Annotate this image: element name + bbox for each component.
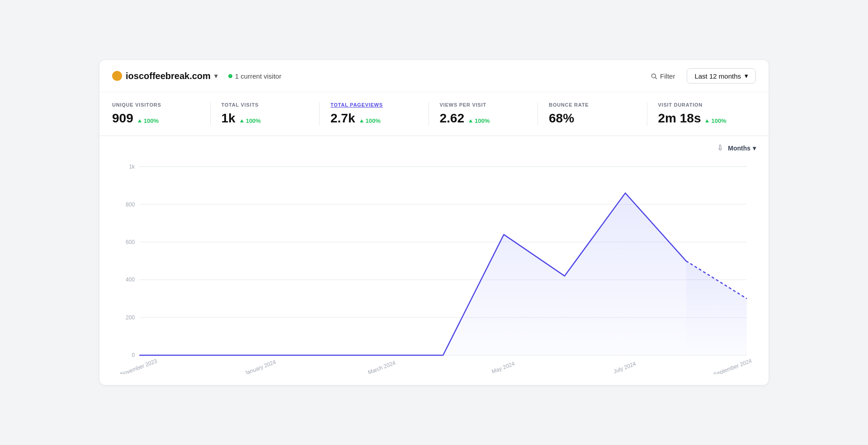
up-arrow-icon	[360, 119, 363, 122]
metric-unique-visitors-values: 909 100%	[112, 111, 199, 126]
online-indicator	[228, 74, 232, 78]
x-label-jul2024: July 2024	[613, 361, 637, 374]
metric-views-per-visit-values: 2.62 100%	[440, 111, 527, 126]
svg-text:800: 800	[126, 201, 135, 207]
up-arrow-icon	[240, 119, 244, 122]
svg-text:200: 200	[126, 314, 135, 321]
date-range-label: Last 12 months	[694, 72, 741, 80]
visit-duration-value: 2m 18s	[658, 111, 701, 126]
metric-total-visits[interactable]: TOTAL VISITS 1k 100%	[222, 102, 320, 126]
total-pageviews-change: 100%	[360, 117, 381, 124]
site-name-text: ioscoffeebreak.com	[126, 71, 211, 81]
visit-duration-change: 100%	[705, 117, 726, 124]
visitor-badge: 1 current visitor	[228, 72, 282, 80]
x-label-sep2024: September 2024	[712, 357, 752, 374]
chart-area-solid	[139, 193, 686, 355]
svg-text:400: 400	[126, 276, 135, 283]
filter-label: Filter	[660, 72, 675, 80]
metric-bounce-rate-label: BOUNCE RATE	[549, 102, 636, 108]
metric-bounce-rate-values: 68%	[549, 111, 636, 126]
metric-total-visits-values: 1k 100%	[222, 111, 309, 126]
bounce-rate-value: 68%	[549, 111, 574, 126]
metric-unique-visitors[interactable]: UNIQUE VISITORS 909 100%	[112, 102, 211, 126]
top-bar: ioscoffeebreak.com ▾ 1 current visitor F…	[99, 60, 769, 92]
total-visits-change: 100%	[240, 117, 261, 124]
date-range-button[interactable]: Last 12 months ▾	[687, 68, 756, 84]
metric-total-pageviews[interactable]: TOTAL PAGEVIEWS 2.7k 100%	[330, 102, 429, 126]
views-per-visit-value: 2.62	[440, 111, 465, 126]
metric-total-visits-label: TOTAL VISITS	[222, 102, 309, 108]
metric-visit-duration-label: VISIT DURATION	[658, 102, 745, 108]
metric-total-pageviews-values: 2.7k 100%	[330, 111, 418, 126]
svg-text:600: 600	[126, 239, 135, 245]
filter-button[interactable]: Filter	[646, 70, 679, 83]
metric-bounce-rate[interactable]: BOUNCE RATE 68%	[549, 102, 647, 126]
svg-point-0	[652, 74, 656, 78]
metric-unique-visitors-label: UNIQUE VISITORS	[112, 102, 199, 108]
months-chevron: ▾	[753, 145, 756, 152]
chart-section: ⇩ Months ▾ 1k 800 600 400	[99, 136, 769, 385]
unique-visitors-value: 909	[112, 111, 133, 126]
svg-text:0: 0	[132, 352, 135, 358]
visitor-count: 1 current visitor	[235, 72, 282, 80]
x-label-jan2024: January 2024	[244, 359, 277, 374]
search-icon	[651, 73, 657, 80]
up-arrow-icon	[138, 119, 142, 122]
chart-area-dashed	[686, 261, 747, 356]
x-label-nov2023: November 2023	[119, 358, 158, 374]
site-favicon	[112, 71, 122, 81]
chart-container: 1k 800 600 400 200 0	[112, 157, 756, 374]
total-visits-value: 1k	[222, 111, 236, 126]
main-card: ioscoffeebreak.com ▾ 1 current visitor F…	[99, 60, 769, 385]
up-arrow-icon	[705, 119, 709, 122]
views-per-visit-change: 100%	[469, 117, 490, 124]
metric-visit-duration[interactable]: VISIT DURATION 2m 18s 100%	[658, 102, 756, 126]
top-bar-right: Filter Last 12 months ▾	[646, 68, 756, 84]
svg-line-1	[655, 77, 656, 79]
metric-views-per-visit-label: VIEWS PER VISIT	[440, 102, 527, 108]
download-icon[interactable]: ⇩	[717, 143, 723, 153]
top-bar-left: ioscoffeebreak.com ▾ 1 current visitor	[112, 71, 281, 81]
site-name[interactable]: ioscoffeebreak.com ▾	[112, 71, 217, 81]
total-pageviews-value: 2.7k	[330, 111, 355, 126]
metric-visit-duration-values: 2m 18s 100%	[658, 111, 745, 126]
x-label-mar2024: March 2024	[367, 360, 396, 374]
x-label-may2024: May 2024	[491, 361, 515, 374]
months-button[interactable]: Months ▾	[728, 145, 756, 152]
metric-views-per-visit[interactable]: VIEWS PER VISIT 2.62 100%	[440, 102, 538, 126]
svg-text:1k: 1k	[129, 164, 135, 170]
up-arrow-icon	[469, 119, 472, 122]
pageviews-chart: 1k 800 600 400 200 0	[112, 157, 756, 374]
unique-visitors-change: 100%	[138, 117, 159, 124]
metric-total-pageviews-label: TOTAL PAGEVIEWS	[330, 102, 418, 108]
months-label: Months	[728, 145, 750, 152]
chart-controls: ⇩ Months ▾	[112, 143, 756, 153]
site-chevron-icon: ▾	[214, 72, 217, 80]
metrics-row: UNIQUE VISITORS 909 100% TOTAL VISITS 1k…	[99, 92, 769, 136]
date-range-chevron: ▾	[745, 72, 748, 80]
